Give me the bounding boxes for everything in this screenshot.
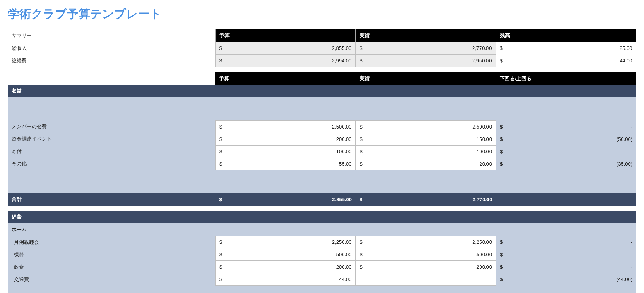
revenue-table: 収益 メンバーの会費 $2,500.00 $2,500.00 $- 資金調達イベ… <box>8 85 636 206</box>
detail-header-table: 予算 実績 下回る/上回る <box>8 72 636 85</box>
revenue-item-budget[interactable]: $55.00 <box>215 158 356 170</box>
summary-label: サマリー <box>8 29 215 42</box>
revenue-item-diff: $- <box>496 145 636 158</box>
revenue-item-label: その他 <box>8 158 215 170</box>
expense-item-actual[interactable]: $200.00 <box>356 261 496 273</box>
revenue-total-label: 合計 <box>8 193 215 206</box>
revenue-item-actual[interactable]: $2,500.00 <box>356 120 496 133</box>
revenue-item-label: 寄付 <box>8 145 215 158</box>
expense-item-diff: $- <box>496 261 636 273</box>
revenue-item-diff: $- <box>496 120 636 133</box>
revenue-item-actual[interactable]: $100.00 <box>356 145 496 158</box>
summary-header-balance: 残高 <box>496 29 636 42</box>
expense-item-budget[interactable]: $200.00 <box>215 261 356 273</box>
summary-cell: $44.00 <box>496 55 636 67</box>
revenue-item-label: メンバーの会費 <box>8 120 215 133</box>
expense-item-budget[interactable]: $44.00 <box>215 273 356 286</box>
expense-item-budget[interactable]: $500.00 <box>215 248 356 261</box>
expenses-table: 経費 ホーム 月例親睦会 $2,250.00 $2,250.00 $- 機器 $… <box>8 211 636 293</box>
summary-header-actual: 実績 <box>356 29 496 42</box>
summary-table: サマリー 予算 実績 残高 総収入 $2,855.00 $2,770.00 $8… <box>8 29 636 67</box>
revenue-item-actual[interactable]: $20.00 <box>356 158 496 170</box>
expense-item-label: 機器 <box>8 248 215 261</box>
expense-item-actual[interactable]: $500.00 <box>356 248 496 261</box>
summary-row-label: 総収入 <box>8 42 215 55</box>
expenses-title: 経費 <box>8 211 636 223</box>
expense-item-actual[interactable] <box>356 273 496 286</box>
revenue-item-budget[interactable]: $200.00 <box>215 133 356 145</box>
summary-cell: $85.00 <box>496 42 636 55</box>
summary-row-label: 総経費 <box>8 55 215 67</box>
revenue-title: 収益 <box>8 85 636 97</box>
summary-cell: $2,770.00 <box>356 42 496 55</box>
detail-header-actual: 実績 <box>356 72 496 85</box>
revenue-item-diff: $(35.00) <box>496 158 636 170</box>
expense-item-diff: $- <box>496 236 636 248</box>
expense-item-actual[interactable]: $2,250.00 <box>356 236 496 248</box>
summary-cell: $2,994.00 <box>215 55 355 67</box>
expense-item-budget[interactable]: $2,250.00 <box>215 236 356 248</box>
revenue-item-label: 資金調達イベント <box>8 133 215 145</box>
detail-header-budget: 予算 <box>215 72 356 85</box>
blank <box>8 72 215 85</box>
revenue-item-budget[interactable]: $2,500.00 <box>215 120 356 133</box>
detail-header-diff: 下回る/上回る <box>496 72 636 85</box>
summary-header-budget: 予算 <box>215 29 355 42</box>
summary-cell: $2,950.00 <box>356 55 496 67</box>
summary-cell: $2,855.00 <box>215 42 355 55</box>
revenue-total-diff <box>496 193 636 206</box>
expense-item-label: 月例親睦会 <box>8 236 215 248</box>
revenue-item-diff: $(50.00) <box>496 133 636 145</box>
expense-item-label: 交通費 <box>8 273 215 286</box>
expense-item-diff: $(44.00) <box>496 273 636 286</box>
page-title: 学術クラブ予算テンプレート <box>8 6 636 22</box>
expenses-subheader: ホーム <box>8 223 636 236</box>
revenue-item-actual[interactable]: $150.00 <box>356 133 496 145</box>
revenue-total-actual: $2,770.00 <box>356 193 496 206</box>
revenue-total-budget: $2,855.00 <box>215 193 356 206</box>
revenue-item-budget[interactable]: $100.00 <box>215 145 356 158</box>
expense-item-label: 飲食 <box>8 261 215 273</box>
expense-item-diff: $- <box>496 248 636 261</box>
